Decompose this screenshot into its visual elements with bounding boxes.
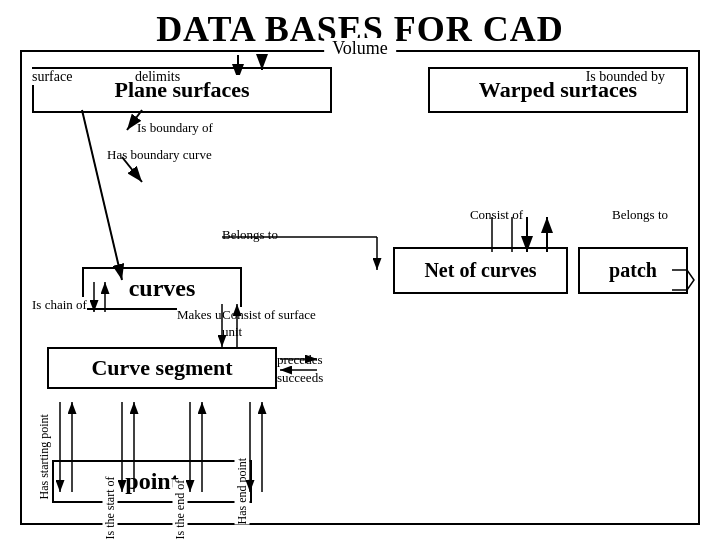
is-bounded-label: Is bounded by [586,69,665,85]
is-the-end-of-label: Is the end of [173,480,188,540]
is-chain-of-label: Is chain of [32,297,87,313]
volume-container: Volume Plane surfaces Warped surfaces Ne… [20,50,700,525]
curves-box: curves [82,267,242,310]
has-end-point-label: Has end point [235,458,250,525]
curve-segment-box: Curve segment [47,347,277,389]
consist-of-label: Consist of [470,207,523,223]
belongs-to-label: Belongs to [222,227,278,243]
surface-label: surface [32,69,72,85]
plane-surfaces-box: Plane surfaces [32,67,332,113]
succeeds-label: succeeds [277,370,323,386]
patch-box: patch [578,247,688,294]
has-starting-point-label: Has starting point [37,414,52,499]
is-boundary-of-label: Is boundary of [137,120,213,136]
precedes-label: precedes [277,352,322,368]
net-of-curves-box: Net of curves [393,247,568,294]
delimits-label: delimits [135,69,180,85]
consist-of-surface-unit-label: Consist of surface unit [222,307,317,341]
is-the-start-of-label: Is the start of [103,477,118,540]
volume-label: Volume [324,38,396,59]
makes-up-label: Makes up [177,307,228,323]
point-box: point [52,460,252,503]
svg-line-9 [82,110,122,280]
belongs-to2-label: Belongs to [612,207,668,223]
has-boundary-curve-label: Has boundary curve [107,147,212,163]
